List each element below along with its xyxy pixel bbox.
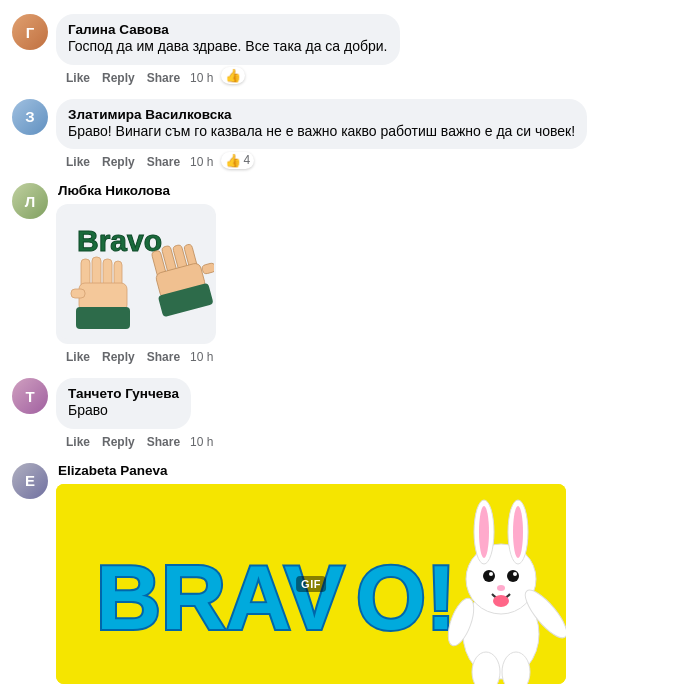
reply-button[interactable]: Reply xyxy=(96,433,141,451)
avatar: Г xyxy=(12,14,48,50)
author-name: Галина Савова xyxy=(68,22,388,37)
avatar-initials: E xyxy=(12,463,48,499)
comment-text: Господ да им дава здраве. Все така да са… xyxy=(68,38,388,54)
comment-item: E Elizabeta Paneva BRAV O! xyxy=(0,457,691,687)
comment-body: Танчето Гунчева Браво Like Reply Share 1… xyxy=(56,378,679,451)
comment-time: 10 h xyxy=(190,350,213,364)
svg-text:Bravo: Bravo xyxy=(77,224,162,257)
like-button[interactable]: Like xyxy=(60,69,96,87)
comment-item: Л Любка Николова Bravo xyxy=(0,177,691,372)
sticker-image: Bravo xyxy=(56,204,216,344)
svg-text:O!: O! xyxy=(356,548,456,648)
comment-bubble: Танчето Гунчева Браво xyxy=(56,378,191,429)
svg-point-30 xyxy=(493,595,509,607)
comment-item: З Златимира Василковска Браво! Винаги съ… xyxy=(0,93,691,178)
share-button[interactable]: Share xyxy=(141,69,186,87)
share-button[interactable]: Share xyxy=(141,348,186,366)
comment-actions: Like Reply Share 10 h xyxy=(56,348,679,366)
comment-bubble: Галина Савова Господ да им дава здраве. … xyxy=(56,14,400,65)
svg-text:BRAV: BRAV xyxy=(96,548,344,648)
svg-point-26 xyxy=(507,570,519,582)
reply-button[interactable]: Reply xyxy=(96,348,141,366)
avatar: E xyxy=(12,463,48,499)
svg-point-28 xyxy=(513,572,517,576)
like-button[interactable]: Like xyxy=(60,348,96,366)
svg-point-22 xyxy=(479,506,489,558)
author-name: Любка Николова xyxy=(58,183,679,198)
avatar-initials: Г xyxy=(12,14,48,50)
share-button[interactable]: Share xyxy=(141,153,186,171)
svg-point-25 xyxy=(483,570,495,582)
author-name: Elizabeta Paneva xyxy=(58,463,679,478)
comment-bubble: Златимира Василковска Браво! Винаги съм … xyxy=(56,99,587,150)
avatar: Л xyxy=(12,183,48,219)
comment-actions: Like Reply Share 10 h xyxy=(56,433,679,451)
author-name: Танчето Гунчева xyxy=(68,386,179,401)
reaction-badge: 👍 xyxy=(221,67,245,84)
comment-item: Т Танчето Гунчева Браво Like Reply Share… xyxy=(0,372,691,457)
svg-rect-7 xyxy=(71,289,85,298)
avatar-initials: Л xyxy=(12,183,48,219)
svg-point-27 xyxy=(489,572,493,576)
reaction-icon: 👍 xyxy=(225,68,241,83)
like-button[interactable]: Like xyxy=(60,153,96,171)
author-name: Златимира Василковска xyxy=(68,107,575,122)
gif-label: GIF xyxy=(296,576,326,592)
share-button[interactable]: Share xyxy=(141,433,186,451)
svg-point-29 xyxy=(497,585,505,591)
bravo-sticker-svg: Bravo xyxy=(59,209,214,339)
comment-actions: Like Reply Share 10 h xyxy=(56,153,213,171)
avatar-initials: З xyxy=(12,99,48,135)
comment-time: 10 h xyxy=(190,435,213,449)
avatar: З xyxy=(12,99,48,135)
comment-body: Галина Савова Господ да им дава здраве. … xyxy=(56,14,679,87)
comment-time: 10 h xyxy=(190,155,213,169)
like-button[interactable]: Like xyxy=(60,433,96,451)
comment-body: Elizabeta Paneva BRAV O! xyxy=(56,463,679,684)
svg-point-24 xyxy=(513,506,523,558)
comment-text: Браво xyxy=(68,402,108,418)
avatar-initials: Т xyxy=(12,378,48,414)
comment-section: Г Галина Савова Господ да им дава здраве… xyxy=(0,0,691,687)
reply-button[interactable]: Reply xyxy=(96,153,141,171)
reaction-count: 4 xyxy=(243,153,250,167)
gif-image: BRAV O! xyxy=(56,484,566,684)
comment-text: Браво! Винаги съм го казвала не е важно … xyxy=(68,123,575,139)
reaction-badge: 👍 4 xyxy=(221,152,254,169)
comment-time: 10 h xyxy=(190,71,213,85)
avatar: Т xyxy=(12,378,48,414)
reply-button[interactable]: Reply xyxy=(96,69,141,87)
reaction-icon: 👍 xyxy=(225,153,241,168)
comment-body: Любка Николова Bravo xyxy=(56,183,679,366)
comment-body: Златимира Василковска Браво! Винаги съм … xyxy=(56,99,679,172)
comment-actions: Like Reply Share 10 h xyxy=(56,69,213,87)
svg-rect-6 xyxy=(79,283,127,311)
svg-rect-8 xyxy=(76,307,130,329)
comment-item: Г Галина Савова Господ да им дава здраве… xyxy=(0,8,691,93)
